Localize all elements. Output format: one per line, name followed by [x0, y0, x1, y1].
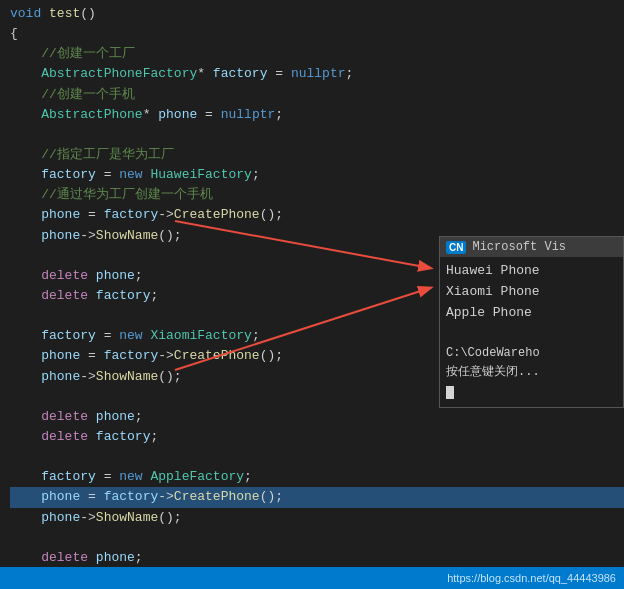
- code-text: [88, 427, 96, 447]
- variable: phone: [158, 105, 197, 125]
- code-line: AbstractPhoneFactory * factory = nullptr…: [10, 64, 624, 84]
- code-line: factory = new HuaweiFactory ;: [10, 165, 624, 185]
- console-output-xiaomi: Xiaomi Phone: [446, 282, 617, 303]
- variable: factory: [41, 326, 96, 346]
- console-output-cursor: [446, 383, 617, 404]
- code-text: [143, 326, 151, 346]
- code-text: [10, 427, 41, 447]
- function-name: CreatePhone: [174, 487, 260, 507]
- code-text: [10, 407, 41, 427]
- variable: factory: [104, 205, 159, 225]
- code-line: phone = factory -> CreatePhone ();: [10, 205, 624, 225]
- console-title-text: Microsoft Vis: [472, 240, 566, 254]
- keyword: nullptr: [291, 64, 346, 84]
- variable: phone: [41, 367, 80, 387]
- variable: phone: [41, 487, 80, 507]
- keyword: new: [119, 326, 142, 346]
- code-line: delete phone ;: [10, 548, 624, 568]
- console-output-apple: Apple Phone: [446, 303, 617, 324]
- code-text: [88, 407, 96, 427]
- code-text: ->: [80, 508, 96, 528]
- code-line: //指定工厂是华为工厂: [10, 145, 624, 165]
- code-text: =: [96, 326, 119, 346]
- function-name: ShowName: [96, 508, 158, 528]
- console-title-bar: CN Microsoft Vis: [440, 237, 623, 257]
- code-text: *: [143, 105, 159, 125]
- variable: factory: [213, 64, 268, 84]
- type-name: AbstractPhoneFactory: [41, 64, 197, 84]
- code-text: ;: [244, 467, 252, 487]
- type-name: XiaomiFactory: [150, 326, 251, 346]
- code-text: [88, 548, 96, 568]
- code-line: [10, 125, 624, 145]
- type-name: AppleFactory: [150, 467, 244, 487]
- code-text: [143, 165, 151, 185]
- code-text: [88, 286, 96, 306]
- console-icon: CN: [446, 241, 466, 254]
- status-url: https://blog.csdn.net/qq_44443986: [447, 572, 616, 584]
- code-text: [10, 165, 41, 185]
- code-line: [10, 447, 624, 467]
- variable: factory: [41, 165, 96, 185]
- code-text: ->: [80, 367, 96, 387]
- comment-text: //创建一个手机: [10, 85, 135, 105]
- code-line: delete factory ;: [10, 427, 624, 447]
- variable: factory: [104, 346, 159, 366]
- code-text: ;: [345, 64, 353, 84]
- code-text: =: [197, 105, 220, 125]
- code-text: ;: [150, 286, 158, 306]
- code-text: ->: [158, 487, 174, 507]
- code-line: factory = new AppleFactory ;: [10, 467, 624, 487]
- code-text: ;: [135, 407, 143, 427]
- code-text: [88, 266, 96, 286]
- keyword: new: [119, 165, 142, 185]
- keyword: delete: [41, 286, 88, 306]
- code-line: [10, 528, 624, 548]
- code-text: ->: [158, 346, 174, 366]
- variable: phone: [41, 205, 80, 225]
- keyword: nullptr: [221, 105, 276, 125]
- code-line: delete phone ;: [10, 407, 624, 427]
- code-text: ;: [252, 165, 260, 185]
- comment-text: //指定工厂是华为工厂: [10, 145, 174, 165]
- code-text: [10, 286, 41, 306]
- code-text: [10, 487, 41, 507]
- code-text: [10, 346, 41, 366]
- code-line: //创建一个手机: [10, 85, 624, 105]
- code-text: ;: [135, 266, 143, 286]
- code-text: =: [80, 346, 103, 366]
- function-name: CreatePhone: [174, 346, 260, 366]
- code-text: [10, 326, 41, 346]
- function-name: ShowName: [96, 226, 158, 246]
- type-name: AbstractPhone: [41, 105, 142, 125]
- function-name: CreatePhone: [174, 205, 260, 225]
- code-text: [41, 4, 49, 24]
- code-text: [143, 467, 151, 487]
- code-line-highlighted: phone = factory -> CreatePhone ();: [10, 487, 624, 507]
- console-output-empty: [446, 323, 617, 344]
- type-name: HuaweiFactory: [150, 165, 251, 185]
- code-text: [10, 226, 41, 246]
- variable: phone: [96, 266, 135, 286]
- code-line: //创建一个工厂: [10, 44, 624, 64]
- code-text: =: [80, 487, 103, 507]
- code-text: ->: [158, 205, 174, 225]
- code-text: ;: [150, 427, 158, 447]
- code-text: ;: [135, 548, 143, 568]
- console-output-hint: 按任意键关闭...: [446, 363, 617, 382]
- code-text: ();: [158, 508, 181, 528]
- code-text: ();: [158, 367, 181, 387]
- code-line: //通过华为工厂创建一个手机: [10, 185, 624, 205]
- keyword: new: [119, 467, 142, 487]
- code-text: *: [197, 64, 213, 84]
- code-text: [10, 467, 41, 487]
- code-text: [10, 266, 41, 286]
- console-output-path: C:\CodeWareho: [446, 344, 617, 363]
- comment-text: //通过华为工厂创建一个手机: [10, 185, 213, 205]
- code-text: [10, 367, 41, 387]
- code-text: ();: [158, 226, 181, 246]
- code-text: [10, 105, 41, 125]
- code-line: {: [10, 24, 624, 44]
- variable: phone: [41, 346, 80, 366]
- function-name: test: [49, 4, 80, 24]
